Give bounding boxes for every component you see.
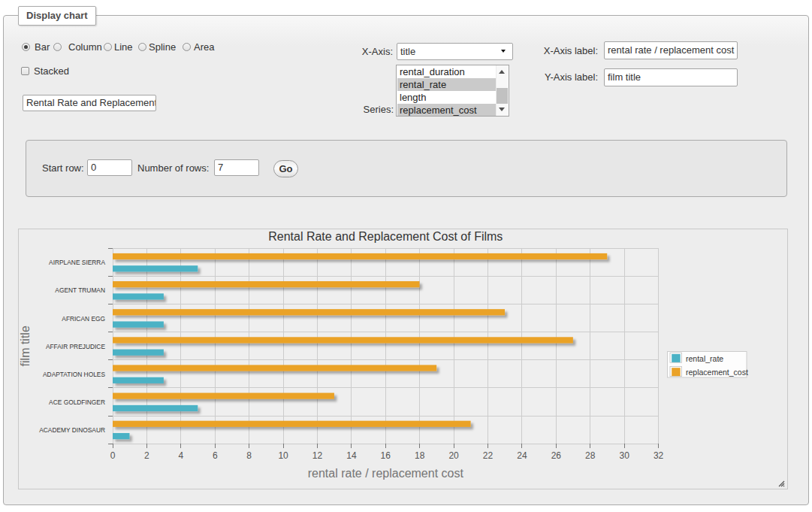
svg-text:6: 6 <box>213 450 218 461</box>
svg-text:8: 8 <box>246 450 252 461</box>
svg-text:30: 30 <box>620 450 630 461</box>
svg-text:rental rate / replacement cost: rental rate / replacement cost <box>308 467 464 480</box>
svg-text:12: 12 <box>312 450 323 461</box>
svg-text:replacement_cost: replacement_cost <box>686 368 748 377</box>
svg-text:ACE GOLDFINGER: ACE GOLDFINGER <box>49 398 105 406</box>
svg-text:AIRPLANE SIERRA: AIRPLANE SIERRA <box>49 259 105 266</box>
svg-text:22: 22 <box>483 450 494 461</box>
svg-text:28: 28 <box>585 450 596 461</box>
svg-text:ACADEMY DINOSAUR: ACADEMY DINOSAUR <box>39 426 105 434</box>
svg-text:AGENT TRUMAN: AGENT TRUMAN <box>55 286 105 294</box>
svg-text:film title: film title <box>19 326 32 366</box>
svg-text:14: 14 <box>346 450 357 461</box>
svg-text:4: 4 <box>178 450 183 461</box>
svg-text:32: 32 <box>654 450 664 461</box>
svg-text:20: 20 <box>448 450 459 461</box>
svg-text:ADAPTATION HOLES: ADAPTATION HOLES <box>43 371 105 378</box>
svg-text:16: 16 <box>381 450 391 461</box>
svg-text:18: 18 <box>415 450 425 461</box>
svg-text:10: 10 <box>278 450 288 461</box>
svg-text:2: 2 <box>144 450 149 461</box>
svg-text:AFRICAN EGG: AFRICAN EGG <box>62 315 105 323</box>
svg-text:Rental Rate and Replacement Co: Rental Rate and Replacement Cost of Film… <box>268 230 503 243</box>
svg-text:26: 26 <box>551 450 562 461</box>
svg-text:AFFAIR PREJUDICE: AFFAIR PREJUDICE <box>46 343 106 350</box>
svg-text:24: 24 <box>517 450 527 461</box>
svg-text:0: 0 <box>110 450 116 461</box>
svg-text:rental_rate: rental_rate <box>686 354 723 363</box>
